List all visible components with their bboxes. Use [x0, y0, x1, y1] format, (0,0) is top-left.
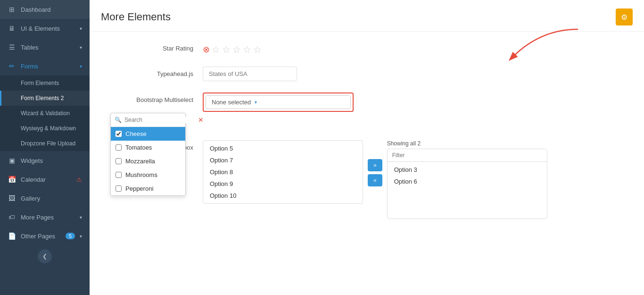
- dropdown-option-cheese[interactable]: Cheese: [111, 127, 185, 141]
- listbox-right-list: Option 3 Option 6: [388, 162, 547, 219]
- dropdown-search-row: 🔍 ✕: [111, 113, 185, 127]
- option-label: Tomatoes: [125, 144, 152, 151]
- dual-listbox-control: Option 5 Option 7 Option 8 Option 9 Opti…: [203, 140, 625, 219]
- sidebar-item-wysiwyg-markdown[interactable]: Wysiwyg & Markdown: [0, 121, 90, 136]
- multiselect-button[interactable]: None selected ▾: [206, 95, 351, 109]
- checkbox-pepperoni[interactable]: [116, 185, 122, 192]
- sidebar-item-ui-elements[interactable]: 🖥 UI & Elements ▾: [0, 19, 90, 38]
- sub-item-label: Wysiwyg & Markdown: [21, 125, 76, 132]
- chevron-down-icon: ▾: [80, 64, 82, 69]
- sidebar-item-label: UI & Elements: [21, 25, 75, 32]
- list-item[interactable]: Option 9: [203, 178, 363, 190]
- form-area: Star Rating ⊗ ☆ ☆ ☆ ☆ ☆: [90, 32, 644, 240]
- option-label: Mushrooms: [125, 171, 157, 178]
- gallery-icon: 🖼: [8, 194, 16, 202]
- warning-icon: ⚠: [76, 176, 82, 183]
- page-title: More Elements: [101, 11, 171, 23]
- clear-search-icon[interactable]: ✕: [198, 116, 204, 124]
- table-icon: ☰: [8, 43, 16, 51]
- checkbox-mozzarella[interactable]: [116, 158, 122, 164]
- star-3[interactable]: ☆: [232, 44, 241, 55]
- calendar-icon: 📅: [8, 176, 16, 183]
- sidebar-item-label: Gallery: [21, 195, 82, 202]
- chevron-down-icon: ▾: [80, 215, 82, 220]
- forms-icon: ✏: [8, 62, 16, 70]
- listbox-arrows: » «: [368, 140, 382, 186]
- typeahead-control: [203, 67, 625, 81]
- sidebar-item-calendar[interactable]: 📅 Calendar ⚠: [0, 170, 90, 189]
- sidebar-item-label: Other Pages: [21, 233, 61, 240]
- list-item[interactable]: Option 6: [388, 176, 547, 187]
- listbox-filter-input[interactable]: [388, 149, 547, 162]
- star-4[interactable]: ☆: [243, 44, 251, 55]
- star-2[interactable]: ☆: [222, 44, 231, 55]
- star-reset-icon[interactable]: ⊗: [203, 44, 210, 55]
- list-item[interactable]: Option 8: [203, 166, 363, 178]
- sidebar-item-label: Forms: [21, 63, 75, 70]
- sidebar-item-form-elements[interactable]: Form Elements: [0, 76, 90, 91]
- star-5[interactable]: ☆: [253, 44, 262, 55]
- option-label: Mozzarella: [125, 158, 155, 165]
- multiselect-value: None selected: [212, 99, 251, 106]
- star-rating-label: Star Rating: [108, 41, 203, 52]
- sidebar-item-form-elements-2[interactable]: Form Elements 2: [0, 91, 90, 106]
- gear-button[interactable]: ⚙: [616, 8, 633, 25]
- sidebar-item-forms[interactable]: ✏ Forms ▾: [0, 57, 90, 76]
- star-rating-control: ⊗ ☆ ☆ ☆ ☆ ☆: [203, 41, 625, 55]
- option-label: Cheese: [125, 130, 147, 137]
- multiselect-dropdown: 🔍 ✕ Cheese Tomatoes Mozzarella: [110, 113, 186, 196]
- move-left-button[interactable]: «: [368, 174, 382, 186]
- star-rating-widget: ⊗ ☆ ☆ ☆ ☆ ☆: [203, 41, 625, 55]
- checkbox-mushrooms[interactable]: [116, 172, 122, 178]
- list-item[interactable]: Option 3: [388, 164, 547, 176]
- gear-icon: ⚙: [621, 13, 627, 22]
- option-label: Pepperoni: [125, 185, 153, 192]
- dropdown-option-tomatoes[interactable]: Tomatoes: [111, 141, 185, 154]
- sidebar-item-more-pages[interactable]: 🏷 More Pages ▾: [0, 208, 90, 227]
- dropdown-option-mushrooms[interactable]: Mushrooms: [111, 168, 185, 182]
- list-item[interactable]: Option 7: [203, 154, 363, 166]
- multiselect-control: None selected ▾ 🔍 ✕ Cheese: [203, 93, 625, 112]
- page-header: More Elements ⚙: [90, 0, 644, 32]
- sidebar-collapse-button[interactable]: ❮: [38, 249, 52, 263]
- move-right-button[interactable]: »: [368, 159, 382, 171]
- sidebar-item-dropzone-upload[interactable]: Dropzone File Upload: [0, 136, 90, 151]
- monitor-icon: 🖥: [8, 25, 16, 32]
- sidebar-item-dashboard[interactable]: ⊞ Dashboard: [0, 0, 90, 19]
- star-rating-row: Star Rating ⊗ ☆ ☆ ☆ ☆ ☆: [108, 41, 625, 55]
- badge: 5: [66, 233, 75, 239]
- multiselect-row: Bootstrap Multiselect None selected ▾ 🔍 …: [108, 93, 625, 112]
- sidebar-item-tables[interactable]: ☰ Tables ▾: [0, 38, 90, 57]
- showing-all-label: Showing all 2: [387, 140, 547, 147]
- collapse-icon: ❮: [42, 253, 47, 260]
- forms-submenu: Form Elements Form Elements 2 Wizard & V…: [0, 76, 90, 151]
- dropdown-option-pepperoni[interactable]: Pepperoni: [111, 182, 185, 195]
- dual-listbox-row: Dual listbox Option 5 Option 7 Option 8 …: [108, 140, 625, 219]
- chevron-down-icon: ▾: [80, 26, 82, 31]
- sidebar-item-other-pages[interactable]: 📄 Other Pages 5 ▾: [0, 227, 90, 245]
- chevron-down-icon: ▾: [80, 45, 82, 50]
- listbox-left-list: Option 5 Option 7 Option 8 Option 9 Opti…: [203, 141, 363, 203]
- list-item[interactable]: Option 5: [203, 143, 363, 154]
- dropdown-search-input[interactable]: [124, 117, 195, 123]
- dropdown-option-mozzarella[interactable]: Mozzarella: [111, 154, 185, 168]
- checkbox-cheese[interactable]: [116, 131, 122, 137]
- sidebar-item-widgets[interactable]: ▣ Widgets: [0, 151, 90, 170]
- sidebar: ⊞ Dashboard 🖥 UI & Elements ▾ ☰ Tables ▾…: [0, 0, 90, 295]
- listbox-right: Option 3 Option 6: [387, 149, 547, 219]
- chevron-down-icon: ▾: [80, 234, 82, 239]
- sidebar-item-wizard-validation[interactable]: Wizard & Validation: [0, 106, 90, 121]
- typeahead-input[interactable]: [203, 67, 297, 81]
- page-icon: 📄: [8, 232, 16, 240]
- sub-item-label: Form Elements: [21, 80, 59, 86]
- caret-icon: ▾: [255, 100, 257, 105]
- tag-icon: 🏷: [8, 213, 16, 221]
- list-item[interactable]: Option 10: [203, 190, 363, 202]
- sub-item-label: Form Elements 2: [21, 95, 64, 101]
- sidebar-item-label: Dashboard: [21, 6, 82, 13]
- star-1[interactable]: ☆: [212, 44, 220, 55]
- sidebar-item-gallery[interactable]: 🖼 Gallery: [0, 189, 90, 208]
- search-icon: 🔍: [115, 117, 122, 123]
- checkbox-tomatoes[interactable]: [116, 144, 122, 151]
- sidebar-item-label: More Pages: [21, 214, 75, 221]
